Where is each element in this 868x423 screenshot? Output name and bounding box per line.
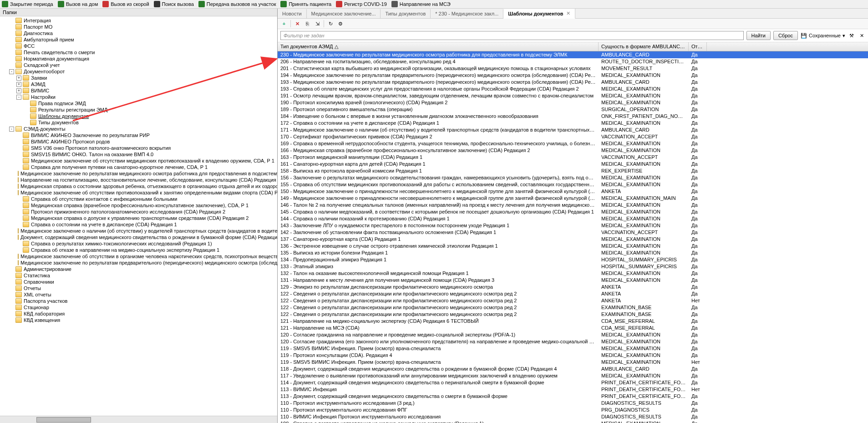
tree-item[interactable]: -СЭМД-документы: [0, 126, 277, 132]
settings-button[interactable]: ⚙: [337, 20, 344, 27]
tree-item[interactable]: Нормативная документация: [0, 56, 277, 62]
tree-item[interactable]: Медицинская справка о состоянии здоровья…: [0, 183, 277, 189]
tree-item[interactable]: +Заявки: [0, 75, 277, 81]
table-row[interactable]: 119 - Протокол консультации (CDA). Редак…: [278, 352, 868, 359]
table-row[interactable]: 169 - Справка о временной нетрудоспособн…: [278, 140, 868, 147]
table-row[interactable]: 137 - Санаторно-курортная карта (CDA) Ре…: [278, 236, 868, 243]
tree-item[interactable]: Администрирование: [0, 266, 277, 272]
expand-icon[interactable]: +: [16, 88, 21, 93]
tree-item[interactable]: Медицинское заключение об отсутствии мед…: [0, 158, 277, 164]
tool-search[interactable]: Поиск вызова: [154, 1, 194, 7]
table-row[interactable]: 120 - Согласие гражданина (его законного…: [278, 338, 868, 345]
tree-item[interactable]: Медицинское заключение об отсутствии в о…: [0, 253, 277, 260]
table-row[interactable]: 122 - Сведения о результатах диспансериз…: [278, 311, 868, 318]
table-row[interactable]: 113 - ВИМИС ИнфекцияPRINT_DEATH_CERTIFIC…: [278, 386, 868, 393]
tool-house[interactable]: Вызов на дом: [58, 1, 98, 7]
table-row[interactable]: 193 - Справка об оплате медицинских услу…: [278, 86, 868, 92]
expand-icon[interactable]: +: [16, 76, 21, 81]
tree-item[interactable]: Права подписи ЭМД: [0, 100, 277, 107]
copy-button[interactable]: ⎘: [304, 20, 311, 27]
tree-item[interactable]: -Документооборот: [0, 68, 277, 75]
tool-doc[interactable]: Направление на МСЭ: [391, 1, 451, 7]
tree-item[interactable]: Отчеты: [0, 285, 277, 291]
table-row[interactable]: 121 - Направление на МСЭ (CDA)CDA_MSE_RE…: [278, 325, 868, 331]
col-doc-type[interactable]: Тип документов АЭМД △: [278, 42, 599, 51]
table-row[interactable]: 119 - SMSV5 ВИМИС Инфекция. Прием (осмот…: [278, 359, 868, 366]
tool-virus[interactable]: Регистр COVID-19: [336, 1, 387, 7]
table-row[interactable]: 156 - Заключение о результатах медицинск…: [278, 174, 868, 181]
table-row[interactable]: 122 - Сведения о результатах диспансериз…: [278, 297, 868, 304]
table-row[interactable]: 146 - Талон № 2 на получение специальных…: [278, 202, 868, 209]
tree-item[interactable]: ФСС: [0, 43, 277, 49]
tree-item[interactable]: Стационар: [0, 304, 277, 311]
table-row[interactable]: 190 - Протокол консилиума врачей (онколо…: [278, 99, 868, 106]
table-row[interactable]: 142 - Заключение об установлении факта п…: [278, 229, 868, 236]
table-row[interactable]: 119 - SMSV5 ВИМИС Инфекция. Прием (осмот…: [278, 345, 868, 352]
table-row[interactable]: 110 - Протокол инструментального исследо…: [278, 400, 868, 407]
table-row[interactable]: 158 - Выписка из протокола врачебной ком…: [278, 168, 868, 174]
tree-item[interactable]: +АЭМД: [0, 81, 277, 87]
table-row[interactable]: 113 - Документ, содержащий сведения меди…: [278, 393, 868, 400]
tree-item[interactable]: Медицинская справка (врачебное профессио…: [0, 202, 277, 209]
filter-tool-1[interactable]: ⚒: [848, 32, 855, 39]
table-row[interactable]: 145 - Справка о наличии медпоказаний, в …: [278, 209, 868, 215]
table-row[interactable]: 117 - Уведомление о выявлении противопок…: [278, 372, 868, 379]
table-row[interactable]: 132 - Талон на оказание высокотехнологич…: [278, 270, 868, 277]
table-row[interactable]: 166 - Медицинская справка (врачебное про…: [278, 147, 868, 154]
tree-item[interactable]: Направление на госпитализацию, восстанов…: [0, 177, 277, 183]
table-row[interactable]: 121 - Направление на медико-социальную э…: [278, 318, 868, 325]
table-row[interactable]: 230 - Медицинское заключение по результа…: [278, 51, 868, 58]
tool-cross[interactable]: Вызов из скорой: [102, 1, 149, 7]
table-row[interactable]: 150 - Медицинское заключение о принадлеж…: [278, 188, 868, 195]
tree-item[interactable]: КВД извещения: [0, 317, 277, 323]
table-row[interactable]: 135 - Выписка из истории болезни Редакци…: [278, 250, 868, 256]
table-row[interactable]: 129 - Эпикриз по результатам диспансериз…: [278, 284, 868, 290]
tab[interactable]: Медицинское заключение...: [307, 9, 381, 18]
tree-item[interactable]: Медицинское заключение о наличии (об отс…: [0, 228, 277, 234]
table-row[interactable]: 193 - Медицинское заключение по результа…: [278, 79, 868, 86]
table-row[interactable]: 163 - Протокол медицинской манипуляции (…: [278, 154, 868, 161]
table-row[interactable]: 133 - Этапный эпикризHOSPITAL_SUMMARY_EP…: [278, 263, 868, 270]
table-row[interactable]: 120 - Согласие гражданина на направление…: [278, 331, 868, 338]
table-row[interactable]: 161 - Санаторно-курортная карта для дете…: [278, 161, 868, 168]
delete-button[interactable]: ✕: [294, 20, 301, 27]
table-row[interactable]: 131 - Направление к месту лечения для по…: [278, 277, 868, 284]
export-button[interactable]: ⇲: [314, 20, 321, 27]
tree-item[interactable]: -Настройки: [0, 94, 277, 100]
table-row[interactable]: 110 - Протокол инструментального исследо…: [278, 407, 868, 413]
table-row[interactable]: 191 - Осмотр лечащим врачом, врачом-спец…: [278, 92, 868, 99]
tree-item[interactable]: SMSV15 ВИМИС ОНКО. Талон на оказание ВМП…: [0, 151, 277, 158]
h-scrollbar[interactable]: [0, 416, 277, 423]
tree-item[interactable]: Медицинское заключение по результатам пр…: [0, 260, 277, 266]
table-row[interactable]: 189 - Протокол оперативного вмешательств…: [278, 106, 868, 113]
tree-item[interactable]: Документ, содержащий сведения медицинско…: [0, 234, 277, 240]
tree-item[interactable]: Справка для получения путевки на санатор…: [0, 164, 277, 170]
tree-item[interactable]: Диагностика: [0, 30, 277, 36]
tree-item[interactable]: Медицинское заключение по результатам ме…: [0, 170, 277, 177]
table-row[interactable]: 194 - Медицинское заключение по результа…: [278, 72, 868, 79]
table-row[interactable]: 144 - Справка о наличии показаний к прот…: [278, 215, 868, 222]
tree-item[interactable]: +ВИМИС: [0, 87, 277, 94]
tree-item[interactable]: КВД лаборатория: [0, 311, 277, 317]
filter-input[interactable]: Фильтр не задан: [280, 31, 744, 40]
tool-person[interactable]: Принять пациента: [280, 1, 331, 7]
tree-item[interactable]: Справка об отсутствии контактов с инфекц…: [0, 196, 277, 202]
table-row[interactable]: 143 - Заключение ЛПУ о нуждаемости прест…: [278, 222, 868, 229]
table-row[interactable]: 110 - ВИМИС Инфекция Протокол инструмент…: [278, 413, 868, 420]
table-row[interactable]: 122 - Сведения о результатах диспансериз…: [278, 304, 868, 311]
tree-item[interactable]: Амбулаторный прием: [0, 36, 277, 43]
expand-icon[interactable]: +: [16, 82, 21, 87]
tree-item[interactable]: Типы документов: [0, 119, 277, 126]
table-row[interactable]: 155 - Справка об отсутствии медицинских …: [278, 181, 868, 188]
tree-item[interactable]: Справка об отказе в направлении на медик…: [0, 247, 277, 253]
tree-item[interactable]: ВИМИС АКИНЕО Заключение по результатам Р…: [0, 132, 277, 138]
tab[interactable]: Шаблоны документов✕: [503, 9, 575, 19]
tree-item[interactable]: Паспорта участков: [0, 298, 277, 304]
tree-item[interactable]: Медицинское заключение об отсутствии про…: [0, 189, 277, 196]
tab[interactable]: Новости: [278, 9, 307, 18]
tree-item[interactable]: Складской учет: [0, 62, 277, 68]
table-row[interactable]: 149 - Медицинское заключение о принадлеж…: [278, 195, 868, 202]
table-row[interactable]: 118 - Документ, содержащий сведения меди…: [278, 366, 868, 372]
table-row[interactable]: 206 - Направление на госпитализацию, обс…: [278, 58, 868, 65]
table-row[interactable]: 201 - Статистическая карта выбывшего из …: [278, 65, 868, 72]
